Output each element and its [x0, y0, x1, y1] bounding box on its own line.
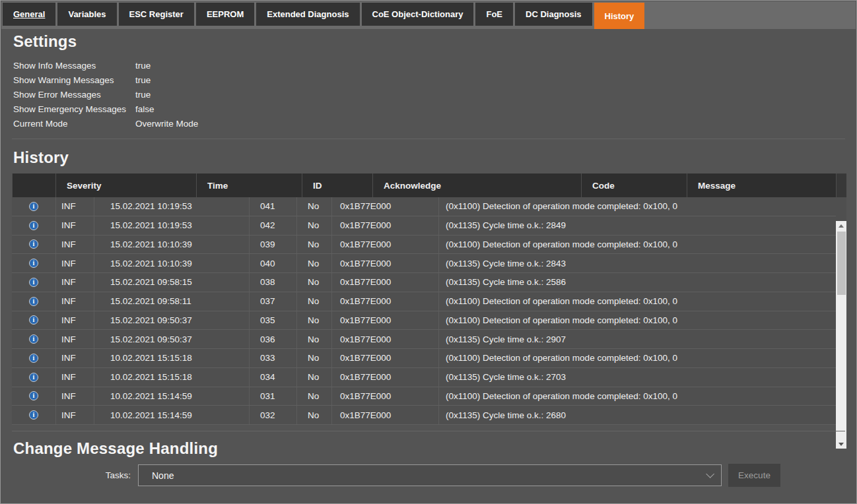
- severity-icon-cell: i: [12, 273, 55, 292]
- code-cell: 0x1B77E000: [331, 311, 438, 330]
- id-cell: 040: [249, 254, 296, 272]
- table-row[interactable]: i INF 15.02.2021 10:10:39 039 No 0x1B77E…: [12, 236, 836, 255]
- info-icon: i: [29, 410, 38, 420]
- message-cell: (0x1135) Cycle time o.k.: 2843: [438, 254, 836, 272]
- table-row[interactable]: i INF 15.02.2021 09:58:11 037 No 0x1B77E…: [12, 292, 836, 311]
- time-cell: 15.02.2021 09:58:11: [94, 292, 249, 311]
- table-row[interactable]: i INF 10.02.2021 15:15:18 034 No 0x1B77E…: [12, 368, 836, 387]
- message-cell: (0x1100) Detection of operation mode com…: [438, 311, 836, 330]
- column-header-label: ID: [313, 181, 322, 191]
- scroll-down-icon: [839, 443, 844, 446]
- code-cell: 0x1B77E000: [331, 197, 438, 216]
- code-cell: 0x1B77E000: [331, 292, 438, 311]
- chevron-down-icon: [706, 470, 714, 478]
- table-row[interactable]: i INF 10.02.2021 15:14:59 031 No 0x1B77E…: [12, 387, 836, 406]
- tab-label: History: [605, 11, 634, 21]
- severity-cell: INF: [55, 236, 94, 254]
- time-cell: 15.02.2021 10:10:39: [94, 236, 249, 254]
- column-header[interactable]: Message: [687, 173, 836, 197]
- scroll-up-button[interactable]: [836, 221, 846, 230]
- table-row[interactable]: i INF 15.02.2021 10:10:39 040 No 0x1B77E…: [12, 254, 836, 273]
- scrollbar-thumb[interactable]: [837, 232, 846, 295]
- tasks-label: Tasks:: [13, 464, 131, 486]
- column-header-label: Message: [698, 181, 736, 191]
- id-cell: 036: [249, 330, 296, 348]
- content-area: Settings Show Info Messages true Show Wa…: [1, 29, 856, 503]
- column-header[interactable]: Time: [196, 173, 302, 197]
- acknowledge-cell: No: [296, 197, 331, 216]
- code-cell: 0x1B77E000: [331, 330, 438, 348]
- info-icon: i: [29, 315, 38, 325]
- table-row[interactable]: i INF 10.02.2021 15:15:18 033 No 0x1B77E…: [12, 349, 836, 368]
- id-cell: 034: [249, 368, 296, 387]
- section-divider: [12, 431, 845, 431]
- table-row[interactable]: i INF 15.02.2021 09:58:15 038 No 0x1B77E…: [12, 273, 836, 292]
- settings-list: Show Info Messages true Show Warning Mes…: [13, 58, 198, 131]
- info-icon: i: [29, 373, 38, 382]
- execute-button[interactable]: Execute: [728, 464, 780, 487]
- history-heading: History: [13, 148, 69, 167]
- severity-cell: INF: [55, 311, 94, 330]
- code-cell: 0x1B77E000: [331, 273, 438, 292]
- column-header[interactable]: Acknowledge: [372, 173, 581, 197]
- tasks-dropdown-value: None: [152, 470, 174, 481]
- severity-cell: INF: [55, 254, 94, 272]
- message-cell: (0x1135) Cycle time o.k.: 2586: [438, 273, 836, 292]
- info-icon: i: [29, 334, 38, 344]
- history-table: Severity Time ID Acknowledge: [12, 173, 846, 425]
- tab[interactable]: Variables: [57, 3, 116, 26]
- table-row[interactable]: i INF 15.02.2021 10:19:53 041 No 0x1B77E…: [12, 197, 836, 216]
- setting-value: true: [135, 61, 151, 71]
- severity-icon-cell: i: [12, 387, 55, 406]
- column-header[interactable]: [12, 173, 55, 197]
- column-header[interactable]: Code: [581, 173, 687, 197]
- acknowledge-cell: No: [296, 254, 331, 272]
- severity-cell: INF: [55, 197, 94, 216]
- acknowledge-cell: No: [296, 292, 331, 311]
- scroll-down-button[interactable]: [836, 439, 846, 449]
- tab[interactable]: CoE Object-Dictionary: [362, 3, 474, 26]
- tab[interactable]: DC Diagnosis: [515, 3, 592, 26]
- id-cell: 039: [249, 236, 296, 254]
- tab[interactable]: General: [3, 3, 55, 26]
- settings-row: Show Info Messages true: [13, 58, 198, 73]
- severity-icon-cell: i: [12, 311, 55, 330]
- severity-icon-cell: i: [12, 330, 55, 348]
- info-icon: i: [29, 354, 38, 363]
- severity-cell: INF: [55, 292, 94, 311]
- id-cell: 035: [249, 311, 296, 330]
- setting-value: true: [135, 75, 151, 85]
- tab[interactable]: Extended Diagnosis: [256, 3, 359, 26]
- time-cell: 15.02.2021 10:19:53: [94, 197, 249, 216]
- column-header[interactable]: Severity: [55, 173, 196, 197]
- tasks-dropdown[interactable]: None: [138, 464, 722, 486]
- severity-icon-cell: i: [12, 368, 55, 387]
- id-cell: 032: [249, 406, 296, 424]
- column-header-label: Acknowledge: [384, 181, 441, 191]
- id-cell: 041: [249, 197, 296, 216]
- setting-value: Overwrite Mode: [135, 119, 198, 129]
- message-cell: (0x1135) Cycle time o.k.: 2849: [438, 216, 836, 235]
- table-row[interactable]: i INF 15.02.2021 09:50:37 036 No 0x1B77E…: [12, 330, 836, 349]
- tab[interactable]: FoE: [475, 3, 513, 26]
- acknowledge-cell: No: [296, 368, 331, 387]
- time-cell: 10.02.2021 15:14:59: [94, 387, 249, 406]
- code-cell: 0x1B77E000: [331, 349, 438, 367]
- column-header-label: Code: [592, 181, 615, 191]
- severity-icon-cell: i: [12, 406, 55, 424]
- code-cell: 0x1B77E000: [331, 406, 438, 424]
- table-scrollbar[interactable]: [836, 221, 846, 449]
- tab[interactable]: ESC Register: [119, 3, 194, 26]
- tab[interactable]: History: [594, 3, 645, 29]
- time-cell: 15.02.2021 10:10:39: [94, 254, 249, 272]
- column-header[interactable]: ID: [302, 173, 372, 197]
- tab[interactable]: EEPROM: [196, 3, 254, 26]
- info-icon: i: [29, 297, 38, 306]
- table-row[interactable]: i INF 10.02.2021 15:14:59 032 No 0x1B77E…: [12, 406, 836, 425]
- info-icon: i: [29, 239, 38, 249]
- id-cell: 038: [249, 273, 296, 292]
- code-cell: 0x1B77E000: [331, 254, 438, 272]
- table-row[interactable]: i INF 15.02.2021 09:50:37 035 No 0x1B77E…: [12, 311, 836, 331]
- time-cell: 15.02.2021 09:50:37: [94, 330, 249, 348]
- table-row[interactable]: i INF 15.02.2021 10:19:53 042 No 0x1B77E…: [12, 216, 836, 236]
